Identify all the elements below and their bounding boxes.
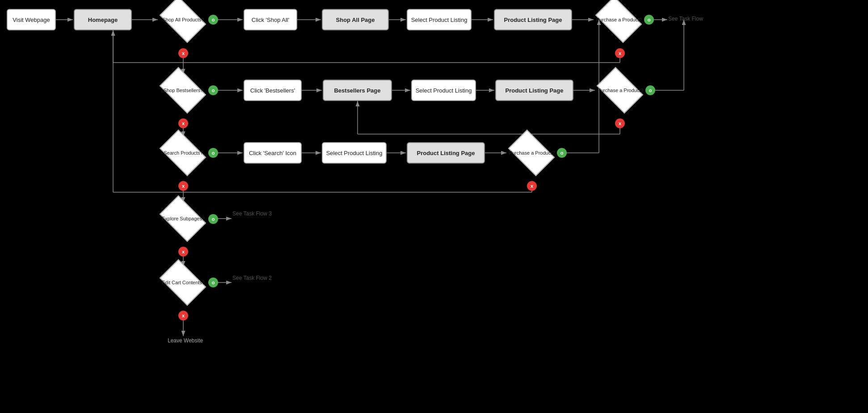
select-prod2-node: Select Product Listing — [411, 80, 476, 101]
shop-all-diamond-container: Shop All Products? — [159, 4, 208, 35]
see-tf1-node: See Task Flow — [668, 14, 703, 22]
click-shopall-node: Click 'Shop All' — [244, 9, 297, 30]
shop-best-q-label: Shop Bestsellers? — [159, 75, 208, 105]
see-tf3-label: See Task Flow 3 — [232, 211, 272, 217]
see-tf2-node: See Task Flow 2 — [232, 274, 272, 282]
search-yes-circle: o — [208, 148, 218, 158]
select-prod3-label: Select Product Listing — [326, 150, 383, 156]
purchase1-yes-circle: o — [644, 15, 654, 25]
best-page-node: Bestsellers Page — [323, 80, 392, 101]
purchase3-yes-circle: o — [557, 148, 567, 158]
select-prod3-node: Select Product Listing — [322, 142, 387, 164]
editcart-q-label: Edit Cart Contents? — [159, 267, 208, 298]
purchase2-diamond-container: Purchase a Product? — [596, 75, 645, 105]
shopall-yes-circle: o — [208, 15, 218, 25]
explore-yes-circle: o — [208, 214, 218, 224]
search-q-label: Search Products? — [159, 138, 208, 168]
leave-node: Leave Website — [168, 336, 203, 344]
shopall-page-label: Shop All Page — [336, 17, 375, 23]
best-page-label: Bestsellers Page — [334, 87, 380, 94]
click-shopall-label: Click 'Shop All' — [252, 17, 289, 23]
prod-listing2-label: Product Listing Page — [505, 87, 563, 94]
homepage-node: Homepage — [74, 9, 132, 30]
purchase2-no-circle: x — [615, 118, 625, 128]
prod-listing3-node: Product Listing Page — [407, 142, 485, 164]
visit-webpage-node: Visit Webpage — [7, 9, 56, 30]
editcart-diamond-container: Edit Cart Contents? — [159, 267, 208, 298]
purchase1-diamond-container: Purchase a Product? — [594, 4, 644, 35]
shop-best-diamond-container: Shop Bestsellers? — [159, 75, 208, 105]
see-tf1-label: See Task Flow — [668, 16, 703, 22]
search-no-circle: x — [178, 181, 188, 191]
shop-all-q-label: Shop All Products? — [159, 4, 208, 35]
prod-listing1-label: Product Listing Page — [504, 17, 562, 23]
prod-listing3-label: Product Listing Page — [417, 150, 475, 156]
select-prod2-label: Select Product Listing — [416, 87, 472, 94]
purchase1-no-circle: x — [615, 48, 625, 58]
click-best-label: Click 'Bestsellers' — [250, 87, 295, 94]
purchase3-diamond-container: Purchase a Product? — [507, 138, 556, 168]
see-tf3-node: See Task Flow 3 — [232, 209, 272, 217]
editcart-no-circle: x — [178, 311, 188, 320]
purchase2-yes-circle: o — [645, 85, 655, 95]
shopall-page-node: Shop All Page — [322, 9, 389, 30]
purchase3-no-circle: x — [527, 181, 537, 191]
shopall-no-circle: x — [178, 48, 188, 58]
shopbest-yes-circle: o — [208, 85, 218, 95]
prod-listing2-node: Product Listing Page — [495, 80, 573, 101]
purchase3-q-label: Purchase a Product? — [507, 138, 556, 168]
editcart-yes-circle: o — [208, 278, 218, 287]
select-prod1-node: Select Product Listing — [407, 9, 472, 30]
see-tf2-label: See Task Flow 2 — [232, 275, 272, 281]
explore-q-label: Explore Subpages? — [159, 203, 208, 234]
purchase2-q-label: Purchase a Product? — [596, 75, 645, 105]
prod-listing1-node: Product Listing Page — [494, 9, 572, 30]
visit-label: Visit Webpage — [13, 17, 50, 23]
leave-label: Leave Website — [168, 337, 203, 344]
purchase1-q-label: Purchase a Product? — [594, 4, 644, 35]
click-search-node: Click 'Search' Icon — [244, 142, 302, 164]
shopbest-no-circle: x — [178, 118, 188, 128]
explore-no-circle: x — [178, 247, 188, 257]
click-search-label: Click 'Search' Icon — [249, 150, 296, 156]
explore-diamond-container: Explore Subpages? — [159, 203, 208, 234]
select-prod1-label: Select Product Listing — [411, 17, 468, 23]
homepage-label: Homepage — [88, 17, 118, 23]
click-best-node: Click 'Bestsellers' — [244, 80, 302, 101]
search-diamond-container: Search Products? — [159, 138, 208, 168]
